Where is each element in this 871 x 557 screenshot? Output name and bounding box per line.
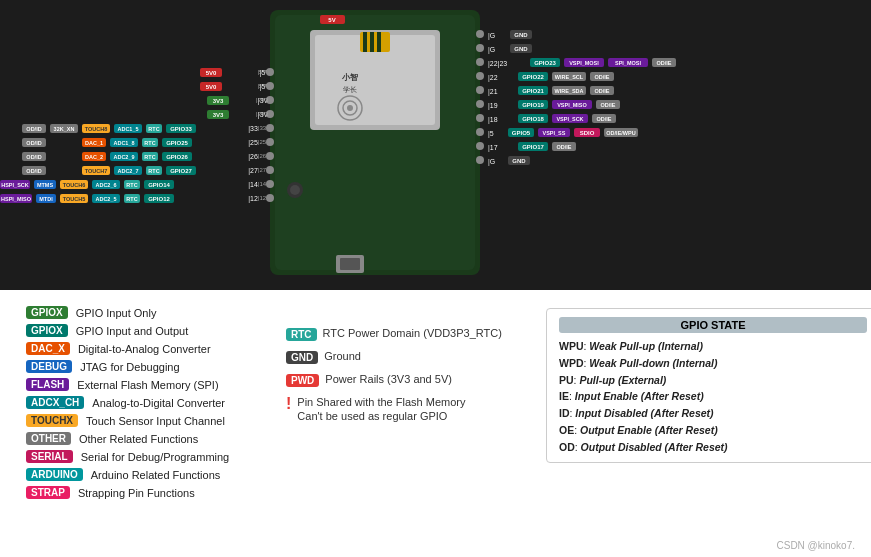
oe-key: OE	[559, 424, 574, 436]
svg-text:WIRE_SDA: WIRE_SDA	[554, 88, 583, 94]
svg-text:GPIO12: GPIO12	[148, 196, 170, 202]
svg-text:GPIO33: GPIO33	[170, 126, 192, 132]
svg-text:ADC2_6: ADC2_6	[95, 182, 116, 188]
legend-text-gpio-io: GPIO Input and Output	[76, 325, 189, 337]
svg-text:VSPI_MISO: VSPI_MISO	[557, 102, 587, 108]
svg-text:|22|23: |22|23	[488, 60, 507, 68]
legend-text-adc: Analog-to-Digital Converter	[92, 397, 225, 409]
svg-text:OD/IE: OD/IE	[595, 88, 610, 94]
legend-item-touch: TOUCHX Touch Sensor Input Channel	[26, 414, 270, 427]
svg-point-122	[476, 58, 484, 66]
svg-text:RTC: RTC	[144, 154, 155, 160]
svg-text:RTC: RTC	[126, 182, 137, 188]
pu-val: Pull-up (External)	[579, 374, 666, 386]
svg-text:GPIO18: GPIO18	[522, 116, 544, 122]
wpd-key: WPD	[559, 357, 584, 369]
svg-point-132	[476, 72, 484, 80]
svg-text:DAC_2: DAC_2	[85, 154, 103, 160]
svg-text:|25: |25	[248, 139, 258, 147]
legend-item-dac: DAC_X Digital-to-Analog Converter	[26, 342, 270, 355]
svg-text:ADC2_9: ADC2_9	[113, 154, 134, 160]
svg-text:|5V: |5V	[258, 83, 267, 89]
legend-area: GPIOX GPIO Input Only GPIOX GPIO Input a…	[0, 290, 871, 557]
legend-text-arduino: Arduino Related Functions	[91, 469, 221, 481]
svg-text:MTMS: MTMS	[37, 182, 54, 188]
badge-adc: ADCX_CH	[26, 396, 84, 409]
svg-text:|26: |26	[248, 153, 258, 161]
ie-val: Input Enable (After Reset)	[575, 390, 704, 402]
svg-text:OD/IE: OD/IE	[597, 116, 612, 122]
gpio-state-box: GPIO STATE WPU: Weak Pull-up (Internal) …	[546, 308, 871, 463]
svg-point-180	[476, 156, 484, 164]
svg-text:ADC1_5: ADC1_5	[117, 126, 138, 132]
legend-item-gpio-input: GPIOX GPIO Input Only	[26, 306, 270, 319]
svg-text:RTC: RTC	[148, 168, 159, 174]
ie-key: IE	[559, 390, 569, 402]
rtc-item-text-gnd: Ground	[324, 349, 361, 363]
svg-text:小智: 小智	[341, 73, 358, 82]
svg-text:OD/IE: OD/IE	[657, 60, 672, 66]
svg-text:ADC1_8: ADC1_8	[113, 140, 134, 146]
svg-point-113	[266, 194, 274, 202]
badge-touch: TOUCHX	[26, 414, 78, 427]
id-val: Input Disabled (After Reset)	[575, 407, 713, 419]
svg-text:|26: |26	[258, 153, 267, 159]
svg-text:5V0: 5V0	[206, 70, 217, 76]
legend-item-flash: FLASH External Flash Memory (SPI)	[26, 378, 270, 391]
svg-point-140	[476, 86, 484, 94]
rtc-item-text-rtc: RTC Power Domain (VDD3P3_RTC)	[323, 326, 502, 340]
legend-col-middle: RTC RTC Power Domain (VDD3P3_RTC) GND Gr…	[278, 322, 538, 545]
legend-item-adc: ADCX_CH Analog-to-Digital Converter	[26, 396, 270, 409]
svg-point-156	[476, 114, 484, 122]
svg-text:RTC: RTC	[148, 126, 159, 132]
svg-rect-15	[340, 258, 360, 270]
svg-text:SPI_MOSI: SPI_MOSI	[615, 60, 641, 66]
svg-point-174	[476, 142, 484, 150]
svg-text:|14: |14	[248, 181, 258, 189]
svg-text:GND: GND	[514, 32, 528, 38]
svg-text:SDIO: SDIO	[580, 130, 595, 136]
watermark: CSDN @kinoko7.	[776, 540, 855, 551]
svg-text:|27: |27	[248, 167, 258, 175]
legend-item-arduino: ARDUINO Arduino Related Functions	[26, 468, 270, 481]
svg-point-49	[266, 124, 274, 132]
legend-text-touch: Touch Sensor Input Channel	[86, 415, 225, 427]
pu-key: PU	[559, 374, 574, 386]
svg-text:GPIO26: GPIO26	[166, 154, 188, 160]
svg-text:GPIO5: GPIO5	[512, 130, 531, 136]
svg-text:OD/IE: OD/IE	[557, 144, 572, 150]
svg-text:ADC2_7: ADC2_7	[117, 168, 138, 174]
svg-text:|3V3: |3V3	[256, 111, 269, 117]
badge-dac: DAC_X	[26, 342, 70, 355]
svg-text:学长: 学长	[343, 86, 357, 93]
svg-text:TOUCH7: TOUCH7	[85, 168, 108, 174]
legend-text-other: Other Related Functions	[79, 433, 198, 445]
svg-point-148	[476, 100, 484, 108]
rtc-item-rtc: RTC RTC Power Domain (VDD3P3_RTC)	[286, 326, 530, 341]
wpd-val: Weak Pull-down (Internal)	[589, 357, 717, 369]
legend-item-strap: STRAP Strapping Pin Functions	[26, 486, 270, 499]
wpu-key: WPU	[559, 340, 584, 352]
svg-text:TOUCH8: TOUCH8	[85, 126, 108, 132]
svg-text:OD/ID: OD/ID	[26, 168, 41, 174]
legend-item-other: OTHER Other Related Functions	[26, 432, 270, 445]
svg-text:TOUCH6: TOUCH6	[63, 182, 86, 188]
svg-text:|12: |12	[248, 195, 258, 203]
legend-text-gpio-input: GPIO Input Only	[76, 307, 157, 319]
svg-text:GPIO22: GPIO22	[522, 74, 544, 80]
svg-rect-7	[370, 32, 374, 52]
svg-point-118	[476, 44, 484, 52]
svg-text:|12: |12	[258, 195, 267, 201]
svg-text:OD/ID: OD/ID	[26, 140, 41, 146]
svg-point-99	[266, 180, 274, 188]
svg-point-17	[290, 185, 300, 195]
badge-other: OTHER	[26, 432, 71, 445]
legend-item-gpio-io: GPIOX GPIO Input and Output	[26, 324, 270, 337]
legend-text-debug: JTAG for Debugging	[80, 361, 179, 373]
gpio-state-text: WPU: Weak Pull-up (Internal) WPD: Weak P…	[559, 338, 867, 456]
svg-text:RTC: RTC	[144, 140, 155, 146]
wpu-val: Weak Pull-up (Internal)	[589, 340, 703, 352]
legend-text-serial: Serial for Debug/Programming	[81, 451, 230, 463]
svg-text:5V: 5V	[328, 17, 335, 23]
svg-point-23	[266, 68, 274, 76]
